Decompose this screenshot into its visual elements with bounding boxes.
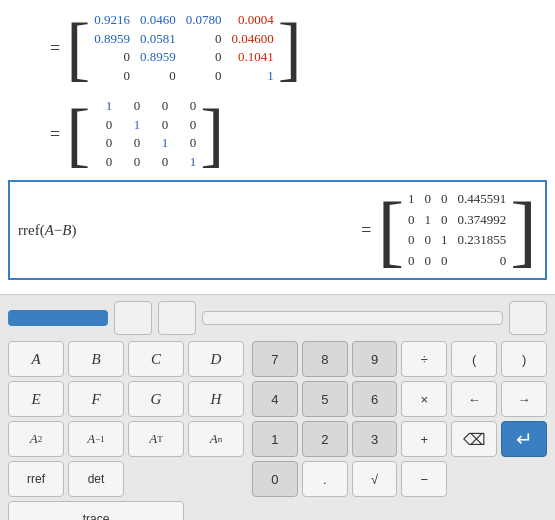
- wrench-button[interactable]: [509, 301, 547, 335]
- matrix-a-bracket: [ 0.9216 0.0460 0.0780 0.0004 0.8959 0.0…: [66, 12, 301, 84]
- cell-a-3-3: 1: [231, 68, 273, 84]
- cell-b-2-2: 1: [150, 135, 168, 151]
- cell-a-0-2: 0.0780: [186, 12, 222, 28]
- rref-1-3: 0.374992: [458, 212, 507, 228]
- key-E[interactable]: E: [8, 381, 64, 417]
- key-rref[interactable]: rref: [8, 461, 64, 497]
- key-F[interactable]: F: [68, 381, 124, 417]
- cell-b-2-1: 0: [122, 135, 140, 151]
- rref-2-2: 1: [441, 232, 448, 248]
- key-H[interactable]: H: [188, 381, 244, 417]
- clear-button[interactable]: [202, 311, 503, 325]
- cell-b-1-1: 1: [122, 117, 140, 133]
- matrix-b-content: 1 0 0 0 0 1 0 0 0 0 1 0 0 0 0 1: [94, 98, 196, 170]
- key-A[interactable]: A−1: [68, 421, 124, 457]
- bracket-left-rref: [: [377, 190, 404, 270]
- cell-b-2-0: 0: [94, 135, 112, 151]
- cell-a-1-2: 0: [186, 31, 222, 47]
- key-6[interactable]: 6: [352, 381, 398, 417]
- rref-3-1: 0: [425, 253, 432, 269]
- cell-b-0-1: 0: [122, 98, 140, 114]
- cell-b-1-0: 0: [94, 117, 112, 133]
- rref-3-3: 0: [458, 253, 507, 269]
- rref-1-1: 1: [425, 212, 432, 228]
- key-A[interactable]: A: [8, 341, 64, 377]
- key-8[interactable]: 8: [302, 341, 348, 377]
- key-sqrt[interactable]: √: [352, 461, 398, 497]
- rref-0-1: 0: [425, 191, 432, 207]
- rref-1-0: 0: [408, 212, 415, 228]
- rref-1-2: 0: [441, 212, 448, 228]
- key-dot[interactable]: .: [302, 461, 348, 497]
- cell-a-1-0: 0.8959: [94, 31, 130, 47]
- cell-b-2-3: 0: [178, 135, 196, 151]
- right-keys: 789÷()456×←→123+⌫0.√−↵: [252, 341, 547, 520]
- key-9[interactable]: 9: [352, 341, 398, 377]
- rref-row: rref(A − B) = [ 1 0 0 0.445591 0 1 0 0.3…: [8, 180, 547, 280]
- matrix-a-content: 0.9216 0.0460 0.0780 0.0004 0.8959 0.058…: [94, 12, 274, 84]
- key-right[interactable]: →: [501, 381, 547, 417]
- undo-button[interactable]: [114, 301, 152, 335]
- bracket-right-a: ]: [278, 12, 302, 84]
- left-keys: ABCDEFGHA2A−1ATAnrrefdettrace: [8, 341, 244, 520]
- key-2[interactable]: 2: [302, 421, 348, 457]
- rref-2-1: 0: [425, 232, 432, 248]
- rref-0-0: 1: [408, 191, 415, 207]
- redo-button[interactable]: [158, 301, 196, 335]
- cell-a-3-0: 0: [94, 68, 130, 84]
- cell-b-1-3: 0: [178, 117, 196, 133]
- key-4[interactable]: 4: [252, 381, 298, 417]
- cell-a-3-1: 0: [140, 68, 176, 84]
- key-mul[interactable]: ×: [401, 381, 447, 417]
- matrix-a-row: = [ 0.9216 0.0460 0.0780 0.0004 0.8959 0…: [12, 8, 543, 88]
- cell-a-2-0: 0: [94, 49, 130, 65]
- cell-a-0-1: 0.0460: [140, 12, 176, 28]
- key-7[interactable]: 7: [252, 341, 298, 377]
- keyboard: ABCDEFGHA2A−1ATAnrrefdettrace789÷()456×←…: [0, 294, 555, 520]
- rref-0-3: 0.445591: [458, 191, 507, 207]
- cell-b-3-0: 0: [94, 154, 112, 170]
- key-D[interactable]: D: [188, 341, 244, 377]
- key-backspace[interactable]: ⌫: [451, 421, 497, 457]
- key-det[interactable]: det: [68, 461, 124, 497]
- cell-b-0-0: 1: [94, 98, 112, 114]
- key-plus[interactable]: +: [401, 421, 447, 457]
- key-rparen[interactable]: ): [501, 341, 547, 377]
- key-enter[interactable]: ↵: [501, 421, 547, 457]
- key-C[interactable]: C: [128, 341, 184, 377]
- key-0[interactable]: 0: [252, 461, 298, 497]
- key-A[interactable]: AT: [128, 421, 184, 457]
- cell-a-2-1: 0.8959: [140, 49, 176, 65]
- cell-a-2-2: 0: [186, 49, 222, 65]
- key-lparen[interactable]: (: [451, 341, 497, 377]
- cell-b-3-3: 1: [178, 154, 196, 170]
- key-left[interactable]: ←: [451, 381, 497, 417]
- key-5[interactable]: 5: [302, 381, 348, 417]
- cell-a-1-1: 0.0581: [140, 31, 176, 47]
- key-trace[interactable]: trace: [8, 501, 184, 520]
- bracket-left-a: [: [66, 12, 90, 84]
- key-3[interactable]: 3: [352, 421, 398, 457]
- key-A[interactable]: An: [188, 421, 244, 457]
- cell-a-3-2: 0: [186, 68, 222, 84]
- cell-b-3-2: 0: [150, 154, 168, 170]
- bracket-left-b: [: [66, 98, 90, 170]
- cell-b-1-2: 0: [150, 117, 168, 133]
- key-minus[interactable]: −: [401, 461, 447, 497]
- display-area: = [ 0.9216 0.0460 0.0780 0.0004 0.8959 0…: [0, 0, 555, 294]
- rref-2-3: 0.231855: [458, 232, 507, 248]
- cell-a-0-3: 0.0004: [231, 12, 273, 28]
- cell-a-1-3: 0.04600: [231, 31, 273, 47]
- rref-content: 1 0 0 0.445591 0 1 0 0.374992 0 0 1 0.23…: [408, 190, 506, 270]
- rref-2-0: 0: [408, 232, 415, 248]
- new-matrix-button[interactable]: [8, 310, 108, 326]
- rref-0-2: 0: [441, 191, 448, 207]
- rref-bracket: [ 1 0 0 0.445591 0 1 0 0.374992 0 0 1 0.…: [377, 190, 537, 270]
- key-1[interactable]: 1: [252, 421, 298, 457]
- key-B[interactable]: B: [68, 341, 124, 377]
- key-div[interactable]: ÷: [401, 341, 447, 377]
- key-A[interactable]: A2: [8, 421, 64, 457]
- cell-b-0-2: 0: [150, 98, 168, 114]
- cell-b-3-1: 0: [122, 154, 140, 170]
- key-G[interactable]: G: [128, 381, 184, 417]
